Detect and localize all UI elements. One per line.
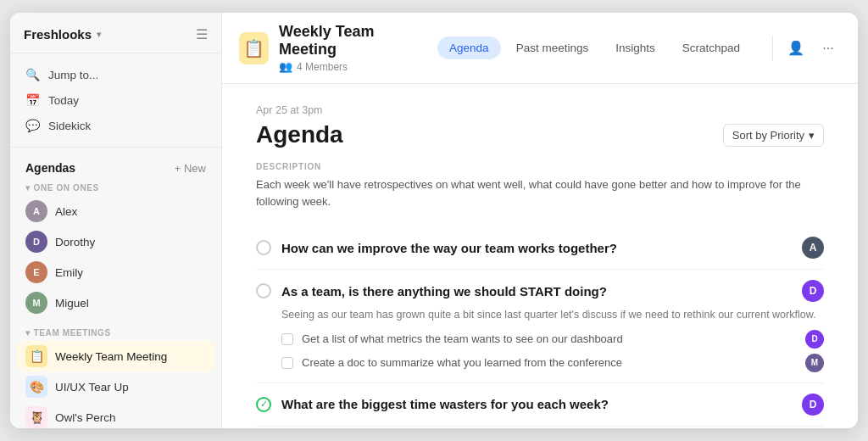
main-header-actions: 👤 ··· bbox=[772, 36, 841, 61]
avatar-miguel: M bbox=[25, 292, 47, 314]
sub-task-1-checkbox[interactable] bbox=[281, 333, 293, 345]
hamburger-icon[interactable]: ☰ bbox=[196, 26, 208, 42]
team-meetings-label: ▾ TEAM MEETINGS bbox=[17, 325, 214, 341]
agenda-item-2-main: As a team, is there anything we should S… bbox=[256, 280, 824, 302]
sidebar-nav: 🔍 Jump to... 📅 Today 💬 Sidekick bbox=[10, 53, 221, 148]
agenda-item-3: ✓ What are the biggest time wasters for … bbox=[256, 383, 824, 427]
sidebar-brand[interactable]: Freshlooks ▾ bbox=[24, 27, 101, 42]
sub-task-2-text: Create a doc to summarize what you learn… bbox=[302, 356, 797, 369]
sidebar-item-today[interactable]: 📅 Today bbox=[17, 87, 214, 113]
avatar-alex: A bbox=[25, 200, 47, 222]
content-date: Apr 25 at 3pm bbox=[256, 104, 824, 116]
calendar-icon: 📅 bbox=[25, 93, 40, 107]
avatar-emily: E bbox=[25, 261, 47, 283]
agenda-item-3-main: ✓ What are the biggest time wasters for … bbox=[256, 394, 824, 416]
agenda-item-1-main: How can we improve the way our team work… bbox=[256, 237, 824, 259]
brand-name: Freshlooks bbox=[24, 27, 92, 42]
content-title: Agenda bbox=[256, 121, 343, 148]
sidebar-item-sidekick-label: Sidekick bbox=[48, 120, 91, 132]
content-area: Apr 25 at 3pm Agenda Sort by Priority ▾ … bbox=[222, 84, 858, 428]
main-area: 📋 Weekly Team Meeting 👥 4 Members Agenda… bbox=[222, 13, 858, 428]
sub-task-1-text: Get a list of what metrics the team want… bbox=[302, 332, 797, 345]
agenda-item-1-avatar: A bbox=[802, 237, 824, 259]
tab-agenda[interactable]: Agenda bbox=[437, 36, 501, 59]
sidebar-item-jump[interactable]: 🔍 Jump to... bbox=[17, 62, 214, 87]
new-agenda-button[interactable]: + New bbox=[175, 162, 206, 175]
description-section: DESCRIPTION Each week we'll have retrosp… bbox=[256, 162, 824, 209]
sidebar-item-weekly-meeting[interactable]: 📋 Weekly Team Meeting bbox=[17, 341, 214, 371]
tab-past-meetings[interactable]: Past meetings bbox=[504, 36, 601, 59]
sidebar: Freshlooks ▾ ☰ 🔍 Jump to... 📅 Today 💬 Si… bbox=[10, 13, 222, 428]
chat-icon: 💬 bbox=[25, 119, 40, 132]
add-member-button[interactable]: 👤 bbox=[783, 36, 809, 61]
agenda-item-3-avatar: D bbox=[802, 394, 824, 416]
sidebar-item-today-label: Today bbox=[48, 94, 79, 107]
person-alex-label: Alex bbox=[55, 205, 77, 218]
agenda-item-2-avatar: D bbox=[802, 280, 824, 302]
sidebar-item-jump-label: Jump to... bbox=[48, 69, 98, 81]
sidebar-header: Freshlooks ▾ ☰ bbox=[10, 13, 221, 53]
agenda-item-2-title: As a team, is there anything we should S… bbox=[281, 284, 792, 299]
sidebar-item-uiux[interactable]: 🎨 UI/UX Tear Up bbox=[17, 371, 214, 402]
person-emily-label: Emily bbox=[55, 266, 83, 279]
sidebar-section-header: Agendas + New bbox=[17, 158, 214, 180]
person-miguel-label: Miguel bbox=[55, 297, 89, 310]
weekly-meeting-emoji: 📋 bbox=[25, 345, 47, 367]
agendas-title: Agendas bbox=[25, 161, 75, 175]
agenda-item-3-title: What are the biggest time wasters for yo… bbox=[281, 397, 792, 411]
search-icon: 🔍 bbox=[25, 68, 40, 81]
agenda-item-1-checkbox[interactable] bbox=[256, 240, 271, 255]
sidebar-item-dorothy[interactable]: D Dorothy bbox=[17, 226, 214, 257]
agenda-item-2: As a team, is there anything we should S… bbox=[256, 270, 824, 383]
main-nav: Agenda Past meetings Insights Scratchpad bbox=[437, 36, 752, 59]
owls-label: Owl's Perch bbox=[55, 411, 116, 424]
tab-insights[interactable]: Insights bbox=[604, 36, 667, 59]
description-label: DESCRIPTION bbox=[256, 162, 824, 171]
sidebar-item-owls[interactable]: 🦉 Owl's Perch bbox=[17, 402, 214, 428]
agenda-item-2-checkbox[interactable] bbox=[256, 283, 271, 299]
agenda-item-2-description: Seeing as our team has grown quite a bit… bbox=[281, 307, 824, 323]
main-meeting-title: Weekly Team Meeting bbox=[279, 23, 424, 59]
sidebar-item-miguel[interactable]: M Miguel bbox=[17, 287, 214, 318]
owls-emoji: 🦉 bbox=[25, 406, 47, 428]
agenda-item-1: How can we improve the way our team work… bbox=[256, 226, 824, 270]
sidebar-item-alex[interactable]: A Alex bbox=[17, 196, 214, 226]
more-options-button[interactable]: ··· bbox=[815, 36, 841, 61]
members-icon: 👥 bbox=[279, 60, 292, 73]
app-window: Freshlooks ▾ ☰ 🔍 Jump to... 📅 Today 💬 Si… bbox=[10, 13, 858, 428]
content-title-row: Agenda Sort by Priority ▾ bbox=[256, 121, 824, 148]
chevron-down-icon-2: ▾ bbox=[25, 328, 31, 338]
weekly-meeting-label: Weekly Team Meeting bbox=[55, 350, 167, 363]
agenda-item-2-subtasks: Get a list of what metrics the team want… bbox=[281, 330, 824, 372]
main-header: 📋 Weekly Team Meeting 👥 4 Members Agenda… bbox=[222, 13, 858, 84]
sub-task-1-avatar: D bbox=[805, 330, 824, 349]
agenda-item-3-checkbox[interactable]: ✓ bbox=[256, 397, 271, 412]
agenda-items: How can we improve the way our team work… bbox=[256, 226, 824, 427]
sidebar-agendas-section: Agendas + New ▾ ONE ON ONES A Alex D Dor… bbox=[10, 148, 221, 428]
sort-by-priority-button[interactable]: Sort by Priority ▾ bbox=[723, 124, 824, 147]
meeting-members: 👥 4 Members bbox=[279, 60, 424, 73]
sidebar-item-sidekick[interactable]: 💬 Sidekick bbox=[17, 113, 214, 138]
sub-task-1: Get a list of what metrics the team want… bbox=[281, 330, 824, 349]
uiux-label: UI/UX Tear Up bbox=[55, 381, 129, 394]
uiux-emoji: 🎨 bbox=[25, 376, 47, 398]
sub-task-2-checkbox[interactable] bbox=[281, 357, 293, 369]
tab-scratchpad[interactable]: Scratchpad bbox=[670, 36, 752, 59]
brand-chevron-icon: ▾ bbox=[97, 30, 101, 39]
sub-task-2: Create a doc to summarize what you learn… bbox=[281, 354, 824, 372]
meeting-title-area: 📋 Weekly Team Meeting 👥 4 Members bbox=[239, 23, 424, 73]
one-on-ones-label: ▾ ONE ON ONES bbox=[17, 180, 214, 196]
person-dorothy-label: Dorothy bbox=[55, 236, 95, 248]
meeting-emoji-large: 📋 bbox=[239, 32, 269, 64]
description-text: Each week we'll have retrospectives on w… bbox=[256, 176, 824, 209]
sort-label: Sort by Priority bbox=[732, 129, 804, 142]
meeting-title-text: Weekly Team Meeting 👥 4 Members bbox=[279, 23, 424, 73]
sort-chevron-icon: ▾ bbox=[809, 129, 815, 142]
avatar-dorothy: D bbox=[25, 231, 47, 253]
sidebar-item-emily[interactable]: E Emily bbox=[17, 257, 214, 287]
members-count: 4 Members bbox=[297, 61, 348, 73]
chevron-down-icon: ▾ bbox=[25, 183, 31, 193]
agenda-item-1-title: How can we improve the way our team work… bbox=[281, 241, 792, 255]
sub-task-2-avatar: M bbox=[805, 354, 824, 372]
